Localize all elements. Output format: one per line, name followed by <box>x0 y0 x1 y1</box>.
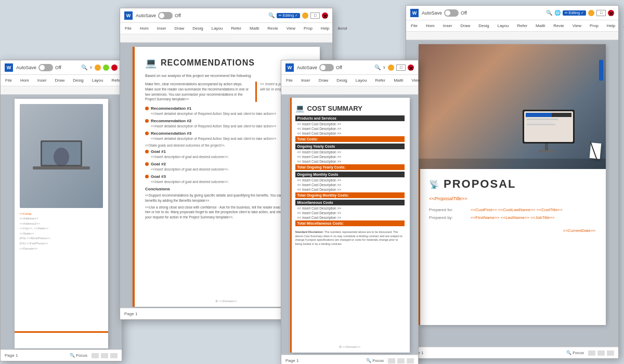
cost-row8: << Insert Cost Description >> <box>295 183 405 187</box>
view-icon-3c[interactable] <box>407 358 414 363</box>
tab-file-3[interactable]: File <box>284 78 294 83</box>
tab-view-4[interactable]: View <box>571 23 583 28</box>
word-window-3[interactable]: W AutoSave Off 🔍 ∨ □ ✕ File Inser Draw D… <box>281 60 419 364</box>
tab-mail-2[interactable]: Mailli <box>248 26 261 31</box>
view-icon-1b[interactable] <box>101 353 108 358</box>
cost-row7: << Insert Cost Description >> <box>295 178 405 183</box>
tab-file-1[interactable]: File <box>4 78 14 83</box>
tab-acrol-2[interactable]: Acrol <box>336 26 348 31</box>
tab-review-2[interactable]: Revie <box>266 26 279 31</box>
tab-view-2[interactable]: View <box>285 26 297 31</box>
tab-insert-2[interactable]: Inser <box>155 26 168 31</box>
tab-refer-3[interactable]: Refer <box>374 78 387 83</box>
view-icon-3b[interactable] <box>397 358 405 363</box>
svg-point-3 <box>54 148 69 166</box>
close-btn-1[interactable] <box>111 64 118 71</box>
close-btn-3[interactable]: ✕ <box>408 64 414 71</box>
win-controls-3: 🔍 ∨ □ ✕ <box>374 64 414 71</box>
view-icon-1c[interactable] <box>110 353 118 358</box>
doc-title-2: RECOMMENDATIONS <box>161 58 255 68</box>
word-window-4[interactable]: W AutoSave Off 🔍 🌐 ✏ Editing ✓ □ ✕ File … <box>406 5 619 359</box>
tab-draw-4[interactable]: Draw <box>459 23 472 28</box>
tab-layout-3[interactable]: Layou <box>354 78 369 83</box>
view-icon-3a[interactable] <box>388 358 395 363</box>
view-icon-1a[interactable] <box>92 353 99 358</box>
doc-page-4: 📡 PROPOSAL <<ProposalTitle>> Prepared fo… <box>419 44 606 325</box>
tab-design-2[interactable]: Desig <box>191 26 204 31</box>
autosave-toggle-2[interactable] <box>158 12 173 19</box>
view-icons-1 <box>92 353 118 358</box>
word-window-1[interactable]: W AutoSave Off 🔍 ∨ File Hom Inser Draw D… <box>0 60 122 361</box>
cost-row1: << Insert Cost Description >> <box>295 122 405 126</box>
tab-design-4[interactable]: Desig <box>477 23 490 28</box>
restore-btn-3[interactable]: □ <box>396 64 406 71</box>
chevron-icon-3[interactable]: ∨ <box>383 65 386 70</box>
tab-insert-1[interactable]: Inser <box>36 78 48 83</box>
minimize-btn-4[interactable] <box>588 10 594 16</box>
orange-sidebar-3 <box>290 98 292 353</box>
tab-refer-2[interactable]: Refer <box>230 26 243 31</box>
chevron-icon-1[interactable]: ∨ <box>89 65 93 70</box>
tab-layout-1[interactable]: Layou <box>90 78 105 83</box>
minimize-btn-1[interactable] <box>95 64 101 71</box>
restore-btn-2[interactable]: □ <box>310 12 320 19</box>
autosave-toggle-1[interactable] <box>38 64 53 71</box>
tab-home-4[interactable]: Hom <box>424 23 436 28</box>
search-icon-1[interactable]: 🔍 <box>81 64 87 70</box>
tab-prop-2[interactable]: Prop <box>302 26 314 31</box>
tab-view-3[interactable]: View <box>410 78 422 83</box>
restore-btn-4[interactable]: □ <box>596 10 606 16</box>
tab-draw-3[interactable]: Draw <box>317 78 330 83</box>
laptop-icon-3: 💻 <box>295 104 304 112</box>
tab-insert-4[interactable]: Inser <box>441 23 454 28</box>
win-controls-2: 🔍 ✏ Editing ✓ □ ✕ <box>268 12 328 19</box>
autosave-toggle-4[interactable] <box>444 9 459 17</box>
tab-design-3[interactable]: Desig <box>335 78 348 83</box>
search-icon-3[interactable]: 🔍 <box>374 64 381 70</box>
close-btn-4[interactable]: ✕ <box>608 10 614 16</box>
tab-review-4[interactable]: Revie <box>552 23 565 28</box>
ribbon-1: File Hom Inser Draw Desig Layou Refer Ma… <box>1 75 122 86</box>
tab-help-2[interactable]: Help <box>319 26 331 31</box>
autosave-toggle-3[interactable] <box>319 64 334 71</box>
ruler-4: · · · · · · · · · · · · · · · · · · · · … <box>406 32 618 40</box>
word-icon-3: W <box>285 63 294 72</box>
tab-draw-2[interactable]: Draw <box>173 26 186 31</box>
tab-home-2[interactable]: Hom <box>138 26 150 31</box>
tab-acrol-4[interactable]: Acrol <box>622 23 624 28</box>
tab-mail-4[interactable]: Mailli <box>534 23 547 28</box>
rec1-dot <box>145 107 149 110</box>
tab-draw-1[interactable]: Draw <box>54 78 67 83</box>
domain-text-2: <<Domain>> <box>219 300 237 303</box>
tab-layout-2[interactable]: Layou <box>210 26 225 31</box>
tab-file-4[interactable]: File <box>409 23 419 28</box>
view-icon-4a[interactable] <box>588 350 595 356</box>
editing-btn-2[interactable]: ✏ Editing ✓ <box>277 13 300 18</box>
tab-help-4[interactable]: Help <box>605 23 617 28</box>
tab-home-1[interactable]: Hom <box>19 78 31 83</box>
tab-file-2[interactable]: File <box>123 26 133 31</box>
minimize-btn-3[interactable] <box>388 64 394 71</box>
close-btn-2[interactable]: ✕ <box>322 12 328 19</box>
view-icon-4c[interactable] <box>607 350 614 356</box>
autosave-label-1: AutoSave <box>16 65 36 70</box>
tab-insert-3[interactable]: Inser <box>300 78 312 83</box>
view-icon-4b[interactable] <box>597 350 605 356</box>
tab-refer-4[interactable]: Refer <box>516 23 529 28</box>
tab-layout-4[interactable]: Layou <box>496 23 511 28</box>
svg-rect-10 <box>527 124 555 125</box>
tab-mail-3[interactable]: Mailli <box>392 78 405 83</box>
minimize-btn-2[interactable] <box>302 12 308 19</box>
search-icon-2[interactable]: 🔍 <box>268 12 275 18</box>
title-bar-3: W AutoSave Off 🔍 ∨ □ ✕ <box>281 60 418 75</box>
ribbon-2: File Hom Inser Draw Desig Layou Refer Ma… <box>120 23 332 34</box>
domain-text-3: <<Domain>> <box>343 345 361 348</box>
editing-btn-4[interactable]: ✏ Editing ✓ <box>563 10 586 16</box>
search-icon-4[interactable]: 🔍 <box>546 10 552 16</box>
company-field: <<Comp <box>20 212 103 215</box>
cloud-icon-4: 🌐 <box>554 10 561 16</box>
maximize-btn-1[interactable] <box>103 64 109 71</box>
tab-prop-4[interactable]: Prop <box>588 23 600 28</box>
doc-page-3: 💻 COST SUMMARY Products and Services << … <box>290 98 410 353</box>
tab-design-1[interactable]: Desig <box>71 78 85 83</box>
